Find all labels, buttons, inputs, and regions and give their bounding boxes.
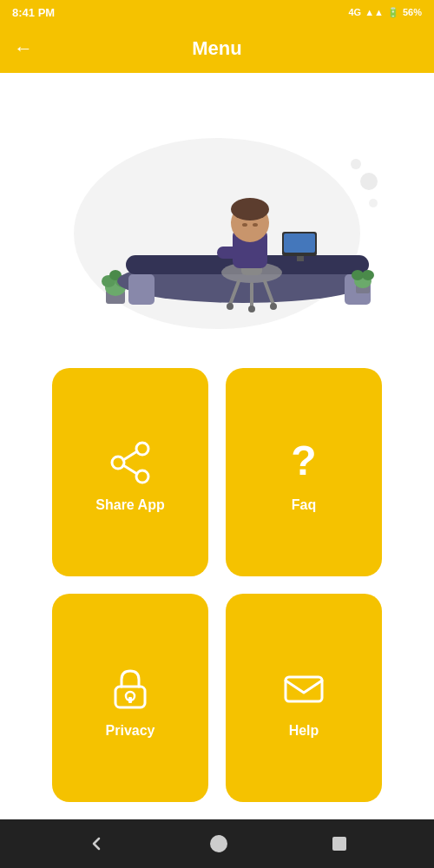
bottom-navigation [0,819,434,868]
svg-rect-43 [286,677,322,701]
svg-point-34 [136,443,148,455]
faq-button[interactable]: ? Faq [226,368,382,576]
svg-point-35 [112,457,124,469]
desk-illustration [52,95,382,338]
svg-point-20 [253,223,258,227]
svg-point-3 [369,199,378,207]
svg-line-37 [123,451,137,460]
nav-recent-button[interactable] [331,835,348,852]
nav-home-button[interactable] [209,834,228,853]
back-button[interactable]: ← [14,37,33,60]
svg-point-31 [227,303,233,310]
svg-rect-16 [217,247,265,259]
svg-rect-22 [284,233,315,253]
privacy-button[interactable]: Privacy [52,594,208,802]
svg-line-38 [123,465,137,474]
privacy-label: Privacy [106,723,155,739]
status-time: 8:41 PM [12,6,55,19]
svg-rect-42 [128,697,132,703]
signal-icon: 4G [349,7,362,17]
svg-rect-23 [297,256,304,261]
battery-icon: 🔋 [387,7,399,18]
svg-point-32 [270,303,277,310]
svg-point-2 [351,159,361,169]
faq-label: Faq [292,497,316,513]
page-title: Menu [192,37,241,60]
faq-icon: ? [279,438,328,487]
nav-back-button[interactable] [86,833,107,854]
help-button[interactable]: Help [226,594,382,802]
app-header: ← Menu [0,24,434,73]
svg-point-27 [362,270,374,280]
svg-rect-45 [332,837,346,851]
share-icon [106,438,155,487]
help-label: Help [289,723,319,739]
svg-point-18 [231,198,269,220]
menu-grid: Share App ? Faq Privacy [0,351,434,819]
mail-icon [279,664,328,713]
lock-icon [106,664,155,713]
svg-point-44 [210,835,227,852]
svg-point-19 [242,223,247,227]
network-icon: ▲▲ [365,7,384,17]
svg-point-33 [248,306,255,312]
hero-illustration [0,73,434,351]
status-icons: 4G ▲▲ 🔋 56% [349,7,423,18]
svg-point-1 [360,173,378,190]
battery-percent: 56% [403,7,422,17]
svg-text:?: ? [291,438,316,483]
back-icon: ← [14,37,33,60]
share-app-button[interactable]: Share App [52,368,208,576]
svg-rect-11 [128,274,155,305]
status-bar: 8:41 PM 4G ▲▲ 🔋 56% [0,0,434,24]
svg-point-26 [352,270,364,280]
share-app-label: Share App [95,497,164,513]
svg-point-36 [136,470,148,483]
